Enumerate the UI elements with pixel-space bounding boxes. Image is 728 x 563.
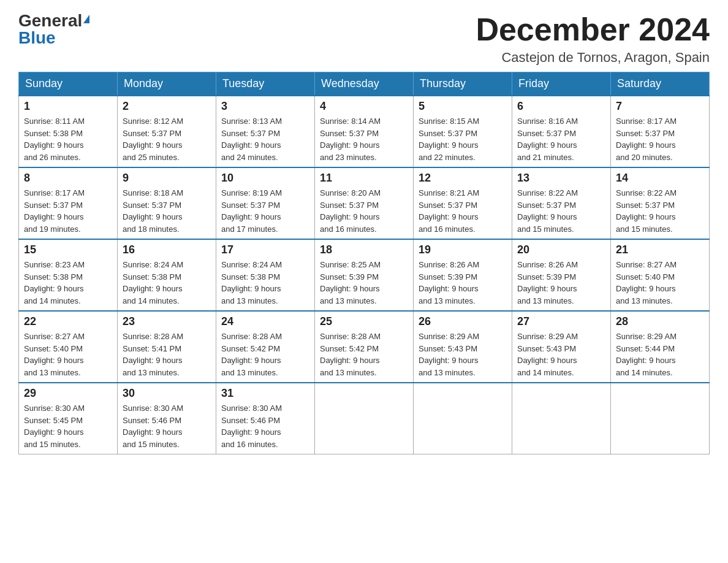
day-number: 25 bbox=[320, 315, 408, 328]
calendar-cell: 15 Sunrise: 8:23 AM Sunset: 5:38 PM Dayl… bbox=[19, 239, 118, 311]
sunset-label: Sunset: 5:44 PM bbox=[616, 344, 675, 353]
daylight-minutes: and 15 minutes. bbox=[24, 440, 81, 449]
calendar-week-row: 1 Sunrise: 8:11 AM Sunset: 5:38 PM Dayli… bbox=[19, 96, 710, 167]
sunset-label: Sunset: 5:42 PM bbox=[320, 344, 379, 353]
day-info: Sunrise: 8:17 AM Sunset: 5:37 PM Dayligh… bbox=[24, 187, 112, 235]
day-number: 7 bbox=[616, 100, 704, 113]
sunrise-label: Sunrise: 8:13 AM bbox=[221, 117, 282, 126]
day-number: 21 bbox=[616, 243, 704, 256]
sunrise-label: Sunrise: 8:22 AM bbox=[517, 188, 578, 197]
sunrise-label: Sunrise: 8:24 AM bbox=[221, 260, 282, 269]
calendar-cell: 4 Sunrise: 8:14 AM Sunset: 5:37 PM Dayli… bbox=[315, 96, 414, 167]
calendar-cell: 5 Sunrise: 8:15 AM Sunset: 5:37 PM Dayli… bbox=[414, 96, 512, 167]
daylight-label: Daylight: 9 hours bbox=[616, 140, 676, 150]
daylight-minutes: and 20 minutes. bbox=[616, 153, 673, 162]
day-info: Sunrise: 8:11 AM Sunset: 5:38 PM Dayligh… bbox=[24, 115, 112, 163]
day-number: 17 bbox=[221, 243, 309, 256]
calendar-header-thursday: Thursday bbox=[414, 72, 512, 96]
day-number: 24 bbox=[221, 315, 309, 328]
calendar-cell: 19 Sunrise: 8:26 AM Sunset: 5:39 PM Dayl… bbox=[414, 239, 512, 311]
calendar-cell: 27 Sunrise: 8:29 AM Sunset: 5:43 PM Dayl… bbox=[512, 311, 611, 383]
sunrise-label: Sunrise: 8:28 AM bbox=[320, 332, 381, 341]
calendar-cell: 6 Sunrise: 8:16 AM Sunset: 5:37 PM Dayli… bbox=[512, 96, 611, 167]
calendar-cell: 22 Sunrise: 8:27 AM Sunset: 5:40 PM Dayl… bbox=[19, 311, 118, 383]
sunrise-label: Sunrise: 8:28 AM bbox=[123, 332, 183, 341]
day-info: Sunrise: 8:27 AM Sunset: 5:40 PM Dayligh… bbox=[24, 331, 112, 378]
daylight-minutes: and 15 minutes. bbox=[517, 224, 574, 234]
daylight-label: Daylight: 9 hours bbox=[24, 140, 84, 150]
calendar-cell: 7 Sunrise: 8:17 AM Sunset: 5:37 PM Dayli… bbox=[611, 96, 710, 167]
sunrise-label: Sunrise: 8:29 AM bbox=[517, 332, 578, 341]
daylight-minutes: and 16 minutes. bbox=[320, 224, 377, 234]
daylight-label: Daylight: 9 hours bbox=[123, 140, 183, 150]
calendar-cell: 23 Sunrise: 8:28 AM Sunset: 5:41 PM Dayl… bbox=[118, 311, 216, 383]
daylight-minutes: and 13 minutes. bbox=[419, 368, 476, 377]
daylight-label: Daylight: 9 hours bbox=[320, 356, 380, 365]
calendar-cell: 16 Sunrise: 8:24 AM Sunset: 5:38 PM Dayl… bbox=[118, 239, 216, 311]
calendar-header-row: SundayMondayTuesdayWednesdayThursdayFrid… bbox=[19, 72, 710, 96]
sunset-label: Sunset: 5:37 PM bbox=[320, 129, 379, 138]
sunset-label: Sunset: 5:38 PM bbox=[24, 272, 83, 282]
calendar-table: SundayMondayTuesdayWednesdayThursdayFrid… bbox=[18, 72, 710, 454]
day-info: Sunrise: 8:22 AM Sunset: 5:37 PM Dayligh… bbox=[616, 187, 704, 235]
day-number: 6 bbox=[517, 100, 605, 113]
daylight-minutes: and 13 minutes. bbox=[123, 368, 180, 377]
calendar-week-row: 8 Sunrise: 8:17 AM Sunset: 5:37 PM Dayli… bbox=[19, 167, 710, 239]
calendar-cell: 25 Sunrise: 8:28 AM Sunset: 5:42 PM Dayl… bbox=[315, 311, 414, 383]
calendar-cell: 14 Sunrise: 8:22 AM Sunset: 5:37 PM Dayl… bbox=[611, 167, 710, 239]
daylight-minutes: and 13 minutes. bbox=[419, 296, 476, 305]
sunrise-label: Sunrise: 8:26 AM bbox=[419, 260, 479, 269]
calendar-cell bbox=[512, 383, 611, 454]
calendar-cell: 26 Sunrise: 8:29 AM Sunset: 5:43 PM Dayl… bbox=[414, 311, 512, 383]
daylight-label: Daylight: 9 hours bbox=[221, 356, 281, 365]
sunset-label: Sunset: 5:43 PM bbox=[419, 344, 477, 353]
daylight-label: Daylight: 9 hours bbox=[320, 140, 380, 150]
calendar-cell: 28 Sunrise: 8:29 AM Sunset: 5:44 PM Dayl… bbox=[611, 311, 710, 383]
calendar-cell: 8 Sunrise: 8:17 AM Sunset: 5:37 PM Dayli… bbox=[19, 167, 118, 239]
calendar-cell: 10 Sunrise: 8:19 AM Sunset: 5:37 PM Dayl… bbox=[216, 167, 315, 239]
location-title: Castejon de Tornos, Aragon, Spain bbox=[476, 50, 710, 66]
calendar-cell: 13 Sunrise: 8:22 AM Sunset: 5:37 PM Dayl… bbox=[512, 167, 611, 239]
calendar-cell bbox=[414, 383, 512, 454]
sunset-label: Sunset: 5:37 PM bbox=[24, 201, 83, 210]
calendar-header-sunday: Sunday bbox=[19, 72, 118, 96]
logo-blue: Blue bbox=[18, 29, 56, 47]
day-info: Sunrise: 8:17 AM Sunset: 5:37 PM Dayligh… bbox=[616, 115, 704, 163]
day-number: 13 bbox=[517, 172, 605, 185]
daylight-label: Daylight: 9 hours bbox=[221, 284, 281, 293]
daylight-label: Daylight: 9 hours bbox=[24, 427, 84, 437]
calendar-cell: 21 Sunrise: 8:27 AM Sunset: 5:40 PM Dayl… bbox=[611, 239, 710, 311]
sunset-label: Sunset: 5:37 PM bbox=[419, 129, 477, 138]
sunset-label: Sunset: 5:42 PM bbox=[221, 344, 280, 353]
sunrise-label: Sunrise: 8:30 AM bbox=[24, 404, 85, 413]
daylight-minutes: and 14 minutes. bbox=[24, 296, 81, 305]
daylight-minutes: and 13 minutes. bbox=[517, 296, 574, 305]
daylight-label: Daylight: 9 hours bbox=[616, 284, 676, 293]
daylight-label: Daylight: 9 hours bbox=[221, 427, 281, 437]
daylight-minutes: and 16 minutes. bbox=[221, 440, 278, 449]
calendar-cell bbox=[611, 383, 710, 454]
day-info: Sunrise: 8:24 AM Sunset: 5:38 PM Dayligh… bbox=[123, 259, 211, 307]
calendar-week-row: 15 Sunrise: 8:23 AM Sunset: 5:38 PM Dayl… bbox=[19, 239, 710, 311]
sunset-label: Sunset: 5:40 PM bbox=[24, 344, 83, 353]
daylight-minutes: and 18 minutes. bbox=[123, 224, 180, 234]
sunset-label: Sunset: 5:37 PM bbox=[517, 201, 576, 210]
sunset-label: Sunset: 5:38 PM bbox=[123, 272, 181, 282]
calendar-cell: 1 Sunrise: 8:11 AM Sunset: 5:38 PM Dayli… bbox=[19, 96, 118, 167]
daylight-label: Daylight: 9 hours bbox=[123, 212, 183, 221]
day-number: 14 bbox=[616, 172, 704, 185]
day-number: 28 bbox=[616, 315, 704, 328]
day-info: Sunrise: 8:16 AM Sunset: 5:37 PM Dayligh… bbox=[517, 115, 605, 163]
sunrise-label: Sunrise: 8:23 AM bbox=[24, 260, 85, 269]
day-number: 11 bbox=[320, 172, 408, 185]
day-info: Sunrise: 8:29 AM Sunset: 5:43 PM Dayligh… bbox=[419, 331, 507, 378]
daylight-label: Daylight: 9 hours bbox=[320, 212, 380, 221]
day-number: 12 bbox=[419, 172, 507, 185]
day-info: Sunrise: 8:29 AM Sunset: 5:44 PM Dayligh… bbox=[616, 331, 704, 378]
day-number: 18 bbox=[320, 243, 408, 256]
day-number: 4 bbox=[320, 100, 408, 113]
day-info: Sunrise: 8:29 AM Sunset: 5:43 PM Dayligh… bbox=[517, 331, 605, 378]
calendar-header-friday: Friday bbox=[512, 72, 611, 96]
daylight-label: Daylight: 9 hours bbox=[24, 284, 84, 293]
day-number: 15 bbox=[24, 243, 112, 256]
